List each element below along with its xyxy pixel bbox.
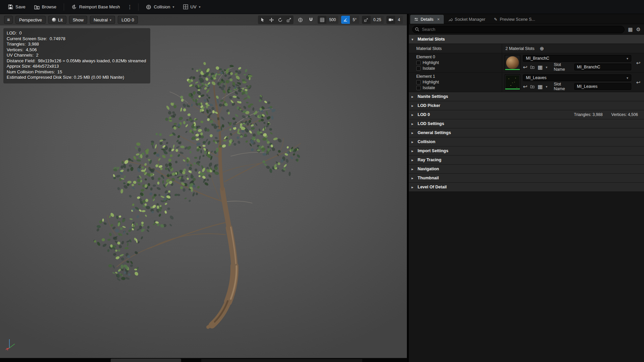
select-tool-button[interactable]: [259, 16, 267, 23]
scale-tool-button[interactable]: [285, 16, 293, 23]
asset-picker-icon[interactable]: ▦: [538, 83, 543, 90]
details-tabbar: Details × Socket Manager ✎ Preview Scene…: [409, 14, 644, 24]
tab-preview-scene[interactable]: ✎ Preview Scene S...: [490, 15, 539, 24]
section-lod-settings[interactable]: ▸ LOD Settings: [409, 119, 644, 128]
section-ray-tracing[interactable]: ▸ Ray Tracing: [409, 156, 644, 165]
camera-speed-control[interactable]: 4: [386, 16, 403, 24]
socket-manager-icon: [448, 17, 452, 21]
close-icon[interactable]: ×: [437, 17, 440, 22]
tab-details[interactable]: Details ×: [410, 15, 444, 24]
material-thumbnail-leaves[interactable]: [505, 74, 520, 90]
save-icon: [8, 4, 13, 9]
drawer-tab[interactable]: [111, 359, 181, 362]
chevron-right-icon: ▸: [412, 122, 415, 126]
section-label: Level Of Detail: [418, 185, 447, 189]
lit-label: Lit: [58, 17, 63, 22]
viewport-menu-button[interactable]: ≡: [4, 16, 13, 24]
reimport-options-kebab[interactable]: ⋮: [125, 3, 134, 11]
save-button[interactable]: Save: [5, 2, 29, 11]
isolate-checkbox[interactable]: [416, 86, 421, 90]
material-element-0: Element 0 Highlight Isolate MI_BranchC ▾…: [409, 53, 644, 73]
section-label: Ray Tracing: [418, 158, 441, 162]
viewport-toolbar: ≡ Perspective Lit Show Neutral ▾ LOD 0: [0, 14, 407, 25]
highlight-checkbox[interactable]: [416, 80, 421, 84]
reset-to-default-icon[interactable]: ↩: [634, 79, 643, 85]
viewport-3d[interactable]: ≡ Perspective Lit Show Neutral ▾ LOD 0: [0, 14, 407, 358]
collision-label: Collision: [154, 4, 170, 9]
transform-tools-group: [258, 15, 293, 24]
stat-uv-channels: UV Channels: 2: [7, 53, 146, 58]
material-asset-combo[interactable]: MI_Leaves ▾: [523, 74, 631, 81]
slot-name-input[interactable]: [574, 83, 631, 90]
browse-button[interactable]: Browse: [31, 2, 60, 11]
use-selected-asset-icon[interactable]: ↩: [523, 64, 527, 70]
camera-icon: [386, 16, 395, 24]
surface-snapping-button[interactable]: [307, 16, 315, 23]
stat-triangles: Triangles: 3,988: [7, 42, 146, 47]
slot-name-input[interactable]: [574, 64, 631, 70]
section-nanite-settings[interactable]: ▸ Nanite Settings: [409, 92, 644, 101]
grid-snap-control[interactable]: 500: [318, 16, 338, 24]
profile-dropdown-button[interactable]: Neutral ▾: [90, 16, 115, 24]
reimport-base-mesh-button[interactable]: Reimport Base Mesh: [68, 2, 123, 12]
grid-snap-icon: [318, 16, 326, 24]
use-selected-asset-icon[interactable]: ↩: [523, 83, 527, 90]
material-slots-header[interactable]: ▾ Material Slots: [409, 35, 644, 44]
gear-icon[interactable]: ⚙: [636, 26, 641, 33]
coordinate-system-button[interactable]: [296, 16, 304, 23]
chevron-right-icon: ▸: [412, 140, 415, 144]
toolbar-separator: [64, 3, 64, 11]
lit-mode-button[interactable]: Lit: [48, 16, 66, 24]
scale-snap-control[interactable]: 0.25: [362, 16, 384, 24]
material-thumbnail-branch[interactable]: [505, 55, 520, 70]
lod-button[interactable]: LOD 0: [118, 16, 138, 24]
chevron-right-icon: ▸: [412, 149, 415, 153]
highlight-label: Highlight: [423, 60, 439, 65]
angle-snap-icon: [341, 16, 350, 24]
chevron-down-icon: ▾: [412, 38, 415, 41]
browse-to-asset-icon[interactable]: [530, 65, 534, 69]
isolate-checkbox[interactable]: [416, 66, 421, 71]
section-navigation[interactable]: ▸ Navigation: [409, 165, 644, 174]
element-name: Element 0: [416, 55, 502, 59]
move-tool-button[interactable]: [267, 16, 275, 23]
section-level-of-detail[interactable]: ▸ Level Of Detail: [409, 183, 644, 192]
slot-name-label: Slot Name: [554, 82, 571, 91]
section-import-settings[interactable]: ▸ Import Settings: [409, 146, 644, 156]
view-options-icon[interactable]: ▦: [628, 26, 633, 33]
section-lod-picker[interactable]: ▸ LOD Picker: [409, 101, 644, 110]
perspective-label: Perspective: [19, 17, 42, 22]
section-general-settings[interactable]: ▸ General Settings: [409, 128, 644, 137]
rotate-tool-button[interactable]: [276, 16, 284, 23]
stat-collision-primitives: Num Collision Primitives: 15: [7, 69, 146, 75]
add-material-slot-button[interactable]: ⊕: [540, 46, 544, 52]
asset-picker-icon[interactable]: ▦: [538, 64, 543, 70]
section-collision[interactable]: ▸ Collision: [409, 137, 644, 146]
material-asset-combo[interactable]: MI_BranchC ▾: [523, 55, 631, 62]
uv-icon: [183, 4, 188, 9]
tab-socket-manager[interactable]: Socket Manager: [444, 15, 489, 24]
thumbnail-status-bar: [505, 88, 520, 89]
isolate-label: Isolate: [423, 66, 435, 71]
section-label: LOD 0: [418, 112, 430, 117]
details-panel: Details × Socket Manager ✎ Preview Scene…: [409, 14, 644, 362]
browse-to-asset-icon[interactable]: [530, 84, 534, 88]
highlight-checkbox[interactable]: [416, 61, 421, 65]
grid-snap-value: 500: [326, 16, 338, 24]
chevron-down-icon[interactable]: ▾: [546, 65, 547, 69]
search-icon: [415, 27, 419, 32]
material-slots-header-label: Material Slots: [418, 37, 445, 42]
uv-menu-button[interactable]: UV ▾: [180, 2, 204, 11]
show-menu-button[interactable]: Show: [69, 16, 88, 24]
section-lod0[interactable]: ▸ LOD 0 Triangles: 3,988 Vertices: 4,506: [409, 110, 644, 119]
element-name: Element 1: [416, 74, 502, 79]
reset-to-default-icon[interactable]: ↩: [634, 60, 643, 66]
perspective-button[interactable]: Perspective: [15, 16, 46, 24]
rotation-snap-control[interactable]: 5°: [341, 16, 359, 24]
section-thumbnail[interactable]: ▸ Thumbnail: [409, 174, 644, 183]
search-input[interactable]: [412, 26, 625, 33]
collision-menu-button[interactable]: Collision ▾: [143, 2, 177, 12]
chevron-down-icon[interactable]: ▾: [546, 85, 547, 88]
lod0-triangles: Triangles: 3,988: [574, 112, 603, 117]
thumbnail-status-bar: [505, 69, 520, 70]
